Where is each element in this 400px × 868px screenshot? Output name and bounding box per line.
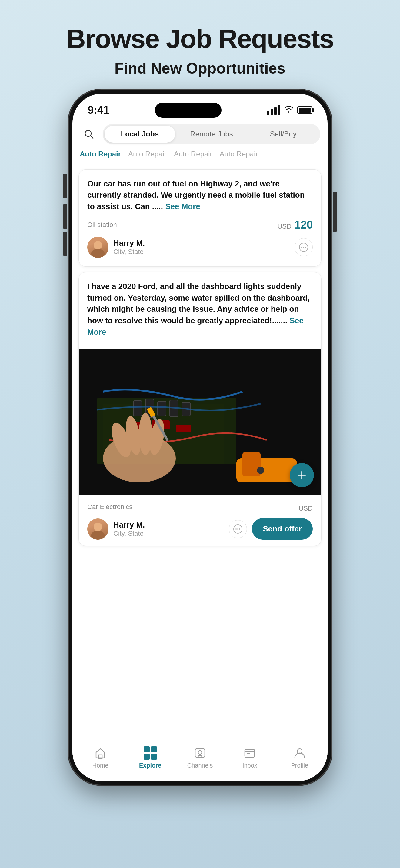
user-location-2: City, State	[113, 530, 224, 537]
cat-tab-1[interactable]: Auto Repair	[128, 150, 167, 163]
job-card-2-top: I have a 2020 Ford, and all the dashboar…	[79, 272, 321, 349]
user-row-1: Harry M. City, State	[87, 237, 313, 258]
job-card-2-bottom: Car Electronics USD Harry M. City, State	[79, 495, 321, 546]
page-header: Browse Job Requests Find New Opportuniti…	[66, 0, 333, 77]
see-more-1[interactable]: See More	[165, 202, 200, 211]
channels-icon	[193, 746, 207, 760]
nav-inbox-label: Inbox	[242, 762, 257, 769]
cat-tab-0[interactable]: Auto Repair	[80, 150, 121, 163]
user-location-1: City, State	[113, 248, 290, 256]
tab-pills: Local Jobs Remote Jobs Sell/Buy	[103, 124, 320, 144]
profile-icon	[293, 746, 306, 760]
page-subtitle: Find New Opportunities	[66, 60, 333, 77]
top-nav: Local Jobs Remote Jobs Sell/Buy	[73, 121, 327, 147]
job-category-1: Oil station	[87, 221, 117, 229]
svg-rect-8	[133, 401, 142, 416]
signal-icon	[267, 105, 280, 115]
nav-channels[interactable]: Channels	[182, 746, 218, 769]
user-info-2: Harry M. City, State	[113, 520, 224, 537]
wifi-icon	[284, 105, 294, 115]
job-price-1: USD 120	[277, 218, 313, 231]
chat-button-1[interactable]	[294, 238, 313, 256]
user-row-2: Harry M. City, State Send offer	[87, 518, 313, 539]
status-time: 9:41	[88, 104, 109, 117]
dynamic-island	[155, 102, 222, 118]
nav-explore[interactable]: Explore	[132, 746, 169, 769]
avatar-2	[87, 519, 109, 539]
svg-rect-24	[242, 452, 261, 476]
status-icons	[267, 105, 312, 115]
search-icon	[83, 128, 94, 140]
cat-tab-3[interactable]: Auto Repair	[220, 150, 258, 163]
svg-point-4	[305, 247, 306, 248]
user-info-1: Harry M. City, State	[113, 239, 290, 256]
content-area: Our car has run out of fuel on Highway 2…	[73, 163, 327, 741]
tab-remote-jobs[interactable]: Remote Jobs	[176, 126, 247, 143]
page-title: Browse Job Requests	[66, 24, 333, 54]
category-tabs: Auto Repair Auto Repair Auto Repair Auto…	[73, 147, 327, 163]
job-card-2: I have a 2020 Ford, and all the dashboar…	[79, 272, 321, 546]
job-meta-1: Oil station USD 120	[87, 218, 313, 231]
bottom-nav: Home Explore Channels	[73, 741, 327, 781]
svg-point-29	[239, 528, 240, 530]
phone-screen: 9:41	[73, 94, 327, 781]
svg-point-27	[235, 528, 237, 530]
nav-home[interactable]: Home	[82, 746, 118, 769]
explore-icon	[144, 746, 157, 760]
nav-profile[interactable]: Profile	[282, 746, 318, 769]
fab-add-button[interactable]	[290, 463, 314, 487]
nav-profile-label: Profile	[291, 762, 308, 769]
svg-point-0	[85, 130, 91, 136]
send-offer-button[interactable]: Send offer	[252, 518, 313, 539]
nav-home-label: Home	[92, 762, 109, 769]
svg-point-3	[303, 247, 304, 248]
avatar-1	[87, 237, 109, 258]
job-card-1: Our car has run out of fuel on Highway 2…	[79, 169, 321, 267]
svg-point-32	[198, 751, 202, 754]
tab-local-jobs[interactable]: Local Jobs	[105, 126, 175, 143]
inbox-icon	[243, 746, 256, 760]
phone-frame: 9:41	[68, 89, 332, 785]
card-bottom-meta-2: Car Electronics USD	[87, 501, 313, 513]
user-name-2: Harry M.	[113, 520, 224, 530]
job-category-2: Car Electronics	[87, 503, 133, 511]
svg-point-2	[301, 247, 303, 248]
tab-sell-buy[interactable]: Sell/Buy	[248, 126, 318, 143]
job-price-2: USD	[299, 501, 313, 513]
nav-explore-label: Explore	[139, 762, 161, 769]
nav-inbox[interactable]: Inbox	[231, 746, 268, 769]
cat-tab-2[interactable]: Auto Repair	[174, 150, 212, 163]
circuit-image	[79, 349, 321, 495]
job-description-2: I have a 2020 Ford, and all the dashboar…	[87, 281, 313, 338]
svg-rect-10	[158, 401, 166, 416]
svg-rect-15	[176, 425, 191, 433]
chat-button-2[interactable]	[229, 520, 247, 538]
battery-icon	[297, 106, 312, 114]
search-button[interactable]	[80, 125, 98, 143]
nav-channels-label: Channels	[187, 762, 213, 769]
svg-rect-31	[195, 749, 205, 757]
svg-point-28	[237, 528, 238, 530]
user-name-1: Harry M.	[113, 239, 290, 248]
svg-point-25	[257, 467, 264, 474]
status-bar: 9:41	[73, 94, 327, 121]
home-icon	[94, 746, 107, 760]
job-description-1: Our car has run out of fuel on Highway 2…	[87, 178, 313, 213]
